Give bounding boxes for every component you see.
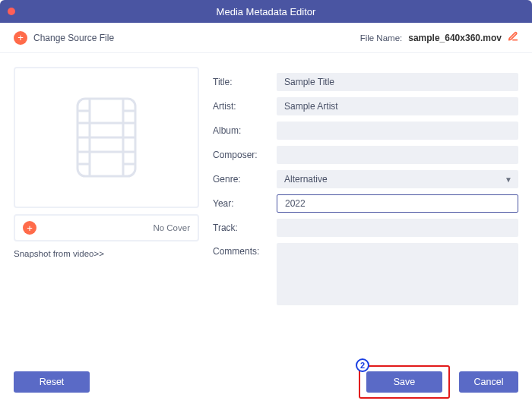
annotation-badge: 2 (356, 358, 369, 372)
change-source-file-label: Change Source File (33, 33, 114, 43)
track-input[interactable] (277, 219, 518, 237)
close-window-icon[interactable] (8, 8, 15, 15)
plus-icon: + (23, 221, 36, 235)
change-source-file-button[interactable]: + Change Source File (14, 31, 114, 45)
title-input[interactable] (277, 73, 518, 91)
track-row: Track: (213, 219, 518, 237)
artist-row: Artist: (213, 97, 518, 115)
window-title: Media Metadata Editor (0, 6, 532, 17)
comments-row: Comments: (213, 243, 518, 305)
footer: Reset 2 Save Cancel (0, 360, 532, 404)
year-input[interactable] (277, 194, 518, 213)
comments-input[interactable] (277, 243, 518, 305)
save-highlight-annotation: 2 Save (359, 365, 450, 399)
cancel-button[interactable]: Cancel (459, 371, 518, 393)
topbar: + Change Source File File Name: sample_6… (0, 23, 532, 53)
title-label: Title: (213, 77, 269, 87)
composer-row: Composer: (213, 146, 518, 164)
filename-label: File Name: (360, 33, 403, 43)
plus-icon: + (14, 31, 27, 45)
genre-value: Alternative (284, 174, 328, 185)
album-row: Album: (213, 122, 518, 140)
content-area: + No Cover Snapshot from video>> Title: … (0, 53, 532, 360)
add-cover-bar[interactable]: + No Cover (14, 214, 199, 241)
window: Media Metadata Editor + Change Source Fi… (0, 0, 532, 404)
filename-value: sample_640x360.mov (408, 33, 502, 43)
genre-row: Genre: Alternative ▼ (213, 170, 518, 188)
album-input[interactable] (277, 122, 518, 140)
film-placeholder-icon (68, 96, 144, 179)
genre-select[interactable]: Alternative (277, 170, 518, 188)
edit-filename-icon[interactable] (508, 31, 518, 44)
artist-label: Artist: (213, 101, 269, 112)
track-label: Track: (213, 223, 269, 233)
artist-input[interactable] (277, 97, 518, 115)
year-row: Year: (213, 194, 518, 213)
year-label: Year: (213, 198, 269, 209)
composer-label: Composer: (213, 150, 269, 160)
genre-label: Genre: (213, 174, 269, 185)
album-label: Album: (213, 125, 269, 136)
comments-label: Comments: (213, 243, 269, 257)
title-row: Title: (213, 73, 518, 91)
reset-button[interactable]: Reset (14, 371, 90, 393)
titlebar: Media Metadata Editor (0, 0, 532, 23)
cover-column: + No Cover Snapshot from video>> (14, 67, 199, 346)
fields-column: Title: Artist: Album: Composer: Genre: A (213, 67, 518, 346)
save-button[interactable]: Save (366, 371, 442, 393)
no-cover-label: No Cover (153, 223, 190, 232)
snapshot-from-video-link[interactable]: Snapshot from video>> (14, 249, 199, 258)
cover-preview[interactable] (14, 67, 199, 208)
composer-input[interactable] (277, 146, 518, 164)
